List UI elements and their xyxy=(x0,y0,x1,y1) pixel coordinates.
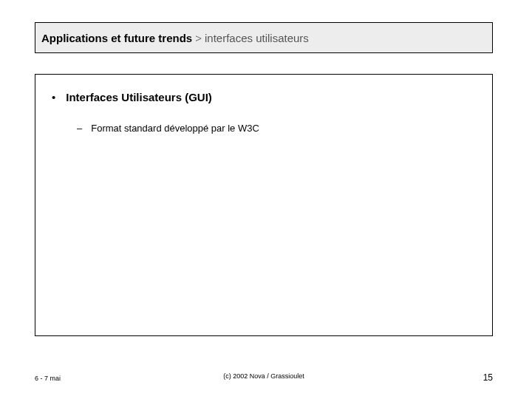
bullet-level2-text: Format standard développé par le W3C xyxy=(91,123,259,134)
breadcrumb-subsection: interfaces utilisateurs xyxy=(205,32,309,44)
footer: 6 - 7 mai (c) 2002 Nova / Grassioulet 15 xyxy=(35,372,493,383)
bullet-level2: – Format standard développé par le W3C xyxy=(77,123,477,134)
breadcrumb-separator: > xyxy=(195,32,202,44)
bullet-dash-icon: – xyxy=(77,123,82,134)
footer-date: 6 - 7 mai xyxy=(35,375,61,382)
title-bar: Applications et future trends > interfac… xyxy=(35,22,493,53)
breadcrumb-current: Applications et future trends xyxy=(41,32,192,44)
footer-copyright: (c) 2002 Nova / Grassioulet xyxy=(35,372,493,380)
page-number: 15 xyxy=(483,372,493,383)
content-box: • Interfaces Utilisateurs (GUI) – Format… xyxy=(35,74,493,336)
slide: Applications et future trends > interfac… xyxy=(0,0,532,399)
bullet-dot-icon: • xyxy=(52,91,55,103)
bullet-level1: • Interfaces Utilisateurs (GUI) xyxy=(52,91,477,103)
bullet-level1-text: Interfaces Utilisateurs (GUI) xyxy=(66,91,212,103)
